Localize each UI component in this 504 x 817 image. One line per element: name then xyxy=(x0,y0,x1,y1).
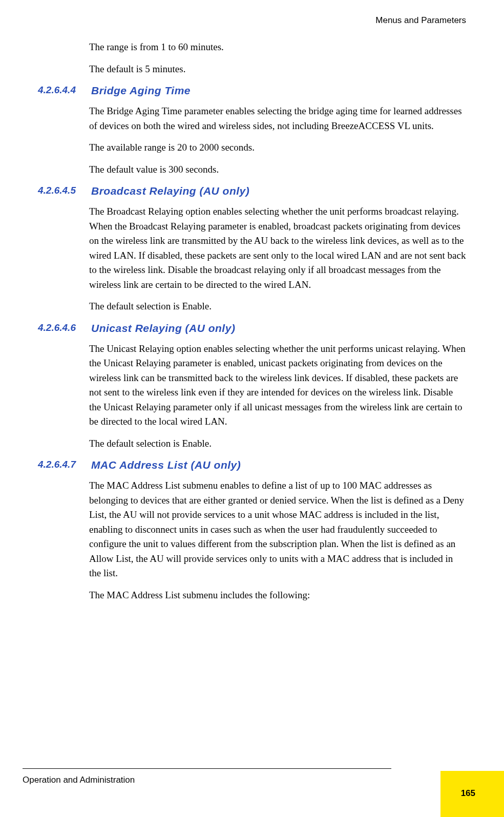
section-para: The MAC Address List submenu enables to … xyxy=(89,478,466,581)
section-broadcast-relaying: 4.2.6.4.5 Broadcast Relaying (AU only) T… xyxy=(38,185,466,314)
page-number: 165 xyxy=(461,788,475,799)
footer-left-text: Operation and Administration xyxy=(23,775,135,785)
section-body: The Bridge Aging Time parameter enables … xyxy=(89,104,466,177)
document-page: Menus and Parameters The range is from 1… xyxy=(0,0,504,817)
section-para: The Broadcast Relaying option enables se… xyxy=(89,204,466,292)
section-body: The Broadcast Relaying option enables se… xyxy=(89,204,466,314)
section-body: The MAC Address List submenu enables to … xyxy=(89,478,466,602)
section-bridge-aging-time: 4.2.6.4.4 Bridge Aging Time The Bridge A… xyxy=(38,85,466,177)
intro-range: The range is from 1 to 60 minutes. xyxy=(89,40,466,55)
section-unicast-relaying: 4.2.6.4.6 Unicast Relaying (AU only) The… xyxy=(38,322,466,451)
section-number: 4.2.6.4.6 xyxy=(38,322,89,333)
section-para: The default selection is Enable. xyxy=(89,436,466,451)
body-content: The range is from 1 to 60 minutes. The d… xyxy=(89,40,466,76)
section-heading: 4.2.6.4.4 Bridge Aging Time xyxy=(38,85,466,97)
section-para: The default selection is Enable. xyxy=(89,299,466,314)
section-heading: 4.2.6.4.6 Unicast Relaying (AU only) xyxy=(38,322,466,334)
section-number: 4.2.6.4.5 xyxy=(38,185,89,196)
section-para: The default value is 300 seconds. xyxy=(89,162,466,177)
footer-rule xyxy=(23,768,391,769)
section-number: 4.2.6.4.4 xyxy=(38,85,89,96)
section-heading: 4.2.6.4.7 MAC Address List (AU only) xyxy=(38,459,466,471)
section-heading: 4.2.6.4.5 Broadcast Relaying (AU only) xyxy=(38,185,466,197)
intro-default: The default is 5 minutes. xyxy=(89,62,466,77)
section-para: The Unicast Relaying option enables sele… xyxy=(89,342,466,429)
section-body: The Unicast Relaying option enables sele… xyxy=(89,342,466,451)
section-title: Broadcast Relaying (AU only) xyxy=(91,185,249,197)
running-header: Menus and Parameters xyxy=(38,15,466,26)
section-para: The MAC Address List submenu includes th… xyxy=(89,588,466,603)
section-title: MAC Address List (AU only) xyxy=(91,459,241,471)
section-para: The available range is 20 to 2000 second… xyxy=(89,140,466,155)
section-title: Unicast Relaying (AU only) xyxy=(91,322,235,334)
section-number: 4.2.6.4.7 xyxy=(38,459,89,470)
section-mac-address-list: 4.2.6.4.7 MAC Address List (AU only) The… xyxy=(38,459,466,602)
section-para: The Bridge Aging Time parameter enables … xyxy=(89,104,466,133)
section-title: Bridge Aging Time xyxy=(91,85,191,97)
